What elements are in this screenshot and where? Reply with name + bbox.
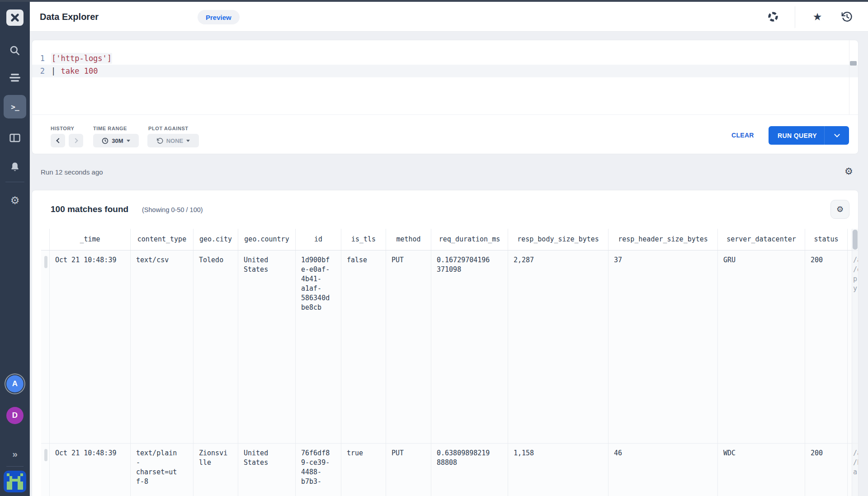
query-editor[interactable]: 1['http-logs'] 2| take 100 [32,40,858,115]
sidebar-item-dashboards[interactable] [0,131,30,145]
table-cell: Oct 21 10:48:39 [49,444,130,496]
table-cell: PUT [386,444,431,496]
star-icon: ★ [813,11,822,23]
table-cell: GRU [717,250,805,443]
column-header-server_datacenter[interactable]: server_datacenter [717,229,805,250]
run-query-options-button[interactable] [825,134,849,137]
line-number: 2 [32,65,45,77]
table-row[interactable]: Oct 21 10:48:39text/plain - charset=ut f… [41,444,859,496]
table-cell: PUT [386,250,431,443]
column-header-geo.city[interactable]: geo.city [193,229,238,250]
bell-icon [9,161,20,173]
table-scrollbar-track [852,229,859,496]
data-explorer-app: >_ ⚙ A D » [0,0,868,496]
table-cell: 2,287 [508,250,608,443]
table-cell: United States [238,444,295,496]
code-token: ['http-logs'] [51,53,112,64]
favorites-button[interactable]: ★ [807,7,827,27]
sidebar-item-query[interactable]: >_ [0,95,30,118]
table-cell: Toledo [193,250,238,443]
sidebar: >_ ⚙ A D » [0,0,30,496]
chevron-down-icon [834,132,840,137]
time-range-label: TIME RANGE [93,126,127,131]
gear-icon: ⚙ [844,166,853,176]
gear-icon: ⚙ [836,204,844,214]
sidebar-item-notifications[interactable] [0,161,30,174]
plot-against-dropdown[interactable]: NONE [147,134,199,147]
table-cell [41,250,49,443]
table-cell: WDC [717,444,805,496]
table-cell [41,444,49,496]
column-header-id[interactable]: id [295,229,341,250]
column-header-geo.country[interactable]: geo.country [238,229,295,250]
sidebar-item-settings[interactable]: ⚙ [0,194,30,206]
results-table: _timecontent_typegeo.citygeo.countryidis… [41,229,859,496]
table-header-row: _timecontent_typegeo.citygeo.countryidis… [41,229,859,250]
table-cell: Oct 21 10:48:39 [49,250,130,443]
column-header-status[interactable]: status [805,229,847,250]
table-scrollbar-thumb[interactable] [853,230,858,250]
column-header-req_duration_ms[interactable]: req_duration_ms [431,229,508,250]
page-title: Data Explorer [40,12,99,22]
row-handle[interactable] [44,256,47,268]
pixel-avatar[interactable] [4,471,26,492]
row-handle[interactable] [44,449,47,461]
column-header-resp_header_size_bytes[interactable]: resp_header_size_bytes [608,229,717,250]
table-cell: Zionsvi lle [193,444,238,496]
sidebar-item-streams[interactable] [0,71,30,84]
editor-scrollbar-track [849,40,849,115]
user-avatar-d[interactable]: D [6,407,24,424]
editor-scrollbar-thumb[interactable] [850,61,857,66]
history-back-button[interactable] [51,134,65,147]
gear-icon: ⚙ [10,194,20,207]
help-button[interactable] [763,7,783,27]
clock-icon [102,137,108,144]
column-header-content_type[interactable]: content_type [130,229,193,250]
table-cell: 46 [608,444,717,496]
sidebar-expand-chevrons[interactable]: » [0,448,30,460]
query-history-button[interactable] [837,7,857,27]
plot-against-label: PLOT AGAINST [148,126,189,131]
terminal-icon: >_ [11,103,19,111]
clear-button[interactable]: CLEAR [731,132,754,139]
run-query-button[interactable]: RUN QUERY [769,126,849,145]
app-logo[interactable] [0,9,30,26]
table-row[interactable]: Oct 21 10:48:39text/csvToledoUnited Stat… [41,250,859,444]
sidebar-item-search[interactable] [0,44,30,57]
list-icon [9,72,21,83]
column-header-method[interactable]: method [386,229,431,250]
pipe-operator: | [51,66,56,76]
sidebar-divider [5,182,24,182]
line-number: 1 [32,52,45,65]
table-settings-button[interactable]: ⚙ [830,200,849,219]
table-cell: 1d900bf e-e0af- 4b41- a1af- 586340d be8c… [295,250,341,443]
columns-icon [9,132,21,143]
column-header-is_tls[interactable]: is_tls [341,229,386,250]
preview-badge: Preview [198,10,240,24]
column-header-_time[interactable]: _time [49,229,130,250]
history-clock-icon [156,137,163,144]
table-cell: 200 [805,250,847,443]
time-range-dropdown[interactable]: 30M [93,134,139,147]
code-token: take 100 [61,66,99,76]
last-run-status: Run 12 seconds ago [41,168,103,176]
history-label: HISTORY [51,126,75,131]
results-panel: 100 matches found (Showing 0-50 / 100) ⚙… [32,190,859,496]
chevron-left-icon [56,138,61,143]
window-top-edge [0,0,868,2]
search-icon [9,45,21,57]
caret-down-icon [127,140,130,142]
history-forward-button[interactable] [69,134,83,147]
table-cell: 200 [805,444,847,496]
code-line-1: 1['http-logs'] [32,52,858,65]
run-query-label: RUN QUERY [769,132,817,139]
org-avatar-a[interactable]: A [6,375,24,392]
plot-against-value: NONE [166,137,184,144]
table-cell: 76f6df8 9-ce39- 4488- b7b3- [295,444,341,496]
x-logo-icon [6,9,24,26]
column-header-resp_body_size_bytes[interactable]: resp_body_size_bytes [508,229,608,250]
table-cell: true [341,444,386,496]
topbar-divider [795,6,795,28]
time-range-value: 30M [112,137,123,144]
settings-gear-button[interactable]: ⚙ [844,166,853,177]
